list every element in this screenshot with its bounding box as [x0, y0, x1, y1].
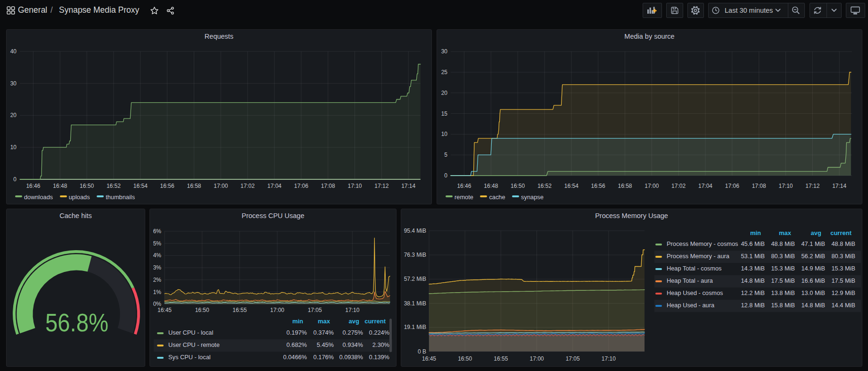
svg-text:17:00: 17:00 — [529, 355, 544, 362]
svg-text:10: 10 — [10, 144, 17, 151]
svg-text:17:05: 17:05 — [566, 355, 580, 362]
svg-text:17:06: 17:06 — [294, 183, 308, 189]
svg-text:16:50: 16:50 — [511, 183, 525, 189]
svg-text:16:54: 16:54 — [133, 183, 148, 189]
svg-text:5: 5 — [444, 152, 447, 158]
svg-text:40: 40 — [10, 48, 17, 55]
svg-text:17:00: 17:00 — [270, 307, 284, 313]
svg-text:17:02: 17:02 — [671, 183, 686, 189]
svg-text:17:02: 17:02 — [240, 183, 255, 189]
svg-text:0 B: 0 B — [418, 348, 426, 355]
svg-text:10: 10 — [441, 131, 448, 137]
svg-text:16:50: 16:50 — [195, 307, 209, 313]
svg-text:16:50: 16:50 — [80, 183, 94, 189]
svg-text:16:52: 16:52 — [107, 183, 121, 189]
svg-text:57.2 MiB: 57.2 MiB — [404, 276, 426, 282]
svg-text:17:04: 17:04 — [698, 183, 712, 189]
svg-text:3%: 3% — [153, 264, 162, 271]
svg-text:16:55: 16:55 — [232, 307, 247, 313]
svg-text:76.3 MiB: 76.3 MiB — [404, 252, 426, 258]
svg-text:17:04: 17:04 — [267, 183, 281, 189]
svg-text:30: 30 — [10, 80, 17, 87]
svg-text:17:06: 17:06 — [725, 183, 739, 189]
svg-text:16:52: 16:52 — [537, 183, 552, 189]
svg-text:17:14: 17:14 — [832, 183, 846, 189]
svg-text:1%: 1% — [153, 289, 162, 295]
svg-text:17:10: 17:10 — [347, 183, 362, 189]
svg-text:16:56: 16:56 — [160, 183, 174, 189]
svg-text:16:58: 16:58 — [618, 183, 632, 189]
svg-text:17:14: 17:14 — [401, 183, 415, 189]
svg-text:56.8%: 56.8% — [45, 308, 108, 337]
svg-text:25: 25 — [441, 69, 448, 76]
svg-text:17:10: 17:10 — [778, 183, 793, 189]
svg-text:0%: 0% — [153, 301, 162, 307]
svg-text:19.1 MiB: 19.1 MiB — [404, 324, 426, 330]
svg-text:4%: 4% — [153, 252, 162, 259]
svg-text:17:12: 17:12 — [374, 183, 389, 189]
svg-text:16:46: 16:46 — [457, 183, 471, 189]
svg-text:17:00: 17:00 — [214, 183, 228, 189]
svg-text:6%: 6% — [153, 228, 162, 235]
svg-text:16:54: 16:54 — [564, 183, 579, 189]
svg-text:17:00: 17:00 — [645, 183, 659, 189]
svg-text:16:48: 16:48 — [53, 183, 67, 189]
svg-text:17:10: 17:10 — [602, 355, 616, 362]
svg-text:17:05: 17:05 — [308, 307, 322, 313]
svg-text:15: 15 — [441, 110, 448, 117]
svg-text:17:08: 17:08 — [752, 183, 766, 189]
svg-text:17:08: 17:08 — [321, 183, 335, 189]
svg-text:16:50: 16:50 — [458, 355, 472, 362]
svg-text:2%: 2% — [153, 277, 162, 283]
svg-text:16:45: 16:45 — [157, 307, 172, 313]
svg-text:30: 30 — [441, 48, 448, 55]
svg-text:16:56: 16:56 — [591, 183, 605, 189]
svg-text:16:48: 16:48 — [484, 183, 498, 189]
svg-text:16:58: 16:58 — [187, 183, 201, 189]
svg-text:0: 0 — [13, 176, 17, 183]
svg-text:20: 20 — [10, 112, 17, 118]
svg-text:17:10: 17:10 — [345, 307, 359, 313]
svg-text:16:55: 16:55 — [494, 355, 508, 362]
svg-text:16:46: 16:46 — [26, 183, 40, 189]
svg-text:17:12: 17:12 — [805, 183, 819, 189]
svg-text:38.1 MiB: 38.1 MiB — [404, 300, 426, 307]
svg-text:20: 20 — [441, 90, 448, 96]
svg-text:5%: 5% — [153, 240, 162, 247]
svg-text:16:45: 16:45 — [422, 355, 436, 362]
svg-text:0: 0 — [444, 172, 447, 179]
